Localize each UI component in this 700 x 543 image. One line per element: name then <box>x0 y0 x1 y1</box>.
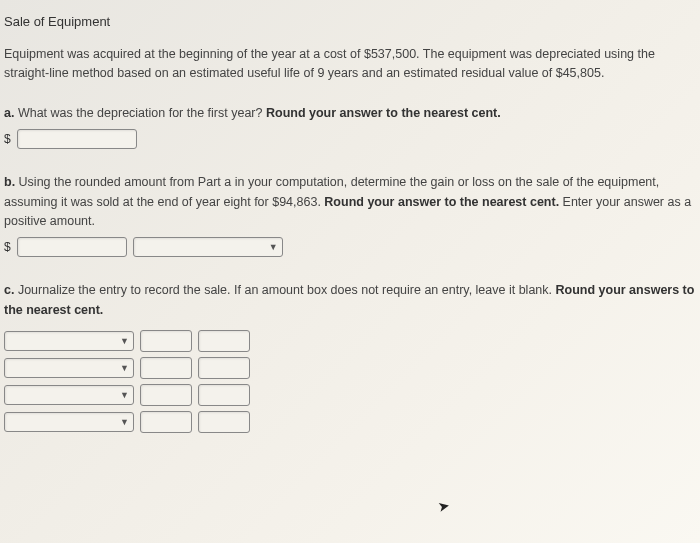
credit-input-3[interactable] <box>198 384 250 406</box>
part-b-question: b. Using the rounded amount from Part a … <box>4 173 700 231</box>
depreciation-input[interactable] <box>17 129 137 149</box>
gain-loss-type-select[interactable]: ▼ <box>133 237 283 257</box>
chevron-down-icon: ▼ <box>269 242 278 252</box>
journal-row: ▼ <box>4 411 700 433</box>
page-title: Sale of Equipment <box>4 14 700 29</box>
part-b: b. Using the rounded amount from Part a … <box>4 173 700 257</box>
journal-row: ▼ <box>4 384 700 406</box>
part-c-text: Journalize the entry to record the sale.… <box>18 283 556 297</box>
chevron-down-icon: ▼ <box>120 390 129 400</box>
journal-row: ▼ <box>4 330 700 352</box>
part-a: a. What was the depreciation for the fir… <box>4 104 700 149</box>
debit-input-3[interactable] <box>140 384 192 406</box>
debit-input-1[interactable] <box>140 330 192 352</box>
part-a-bold: Round your answer to the nearest cent. <box>266 106 501 120</box>
gain-loss-amount-input[interactable] <box>17 237 127 257</box>
part-c: c. Journalize the entry to record the sa… <box>4 281 700 433</box>
chevron-down-icon: ▼ <box>120 417 129 427</box>
account-select-1[interactable]: ▼ <box>4 331 134 351</box>
account-select-3[interactable]: ▼ <box>4 385 134 405</box>
currency-symbol: $ <box>4 132 11 146</box>
account-select-2[interactable]: ▼ <box>4 358 134 378</box>
chevron-down-icon: ▼ <box>120 336 129 346</box>
credit-input-1[interactable] <box>198 330 250 352</box>
part-c-label: c. <box>4 283 14 297</box>
part-a-label: a. <box>4 106 14 120</box>
debit-input-4[interactable] <box>140 411 192 433</box>
chevron-down-icon: ▼ <box>120 363 129 373</box>
currency-symbol-b: $ <box>4 240 11 254</box>
cursor-icon: ➤ <box>436 497 451 515</box>
credit-input-2[interactable] <box>198 357 250 379</box>
journal-row: ▼ <box>4 357 700 379</box>
part-c-question: c. Journalize the entry to record the sa… <box>4 281 700 320</box>
journal-entry-grid: ▼ ▼ ▼ ▼ <box>4 330 700 433</box>
problem-intro: Equipment was acquired at the beginning … <box>4 45 700 84</box>
part-a-text: What was the depreciation for the first … <box>18 106 266 120</box>
account-select-4[interactable]: ▼ <box>4 412 134 432</box>
debit-input-2[interactable] <box>140 357 192 379</box>
part-b-bold: Round your answer to the nearest cent. <box>324 195 559 209</box>
part-b-label: b. <box>4 175 15 189</box>
credit-input-4[interactable] <box>198 411 250 433</box>
part-a-question: a. What was the depreciation for the fir… <box>4 104 700 123</box>
